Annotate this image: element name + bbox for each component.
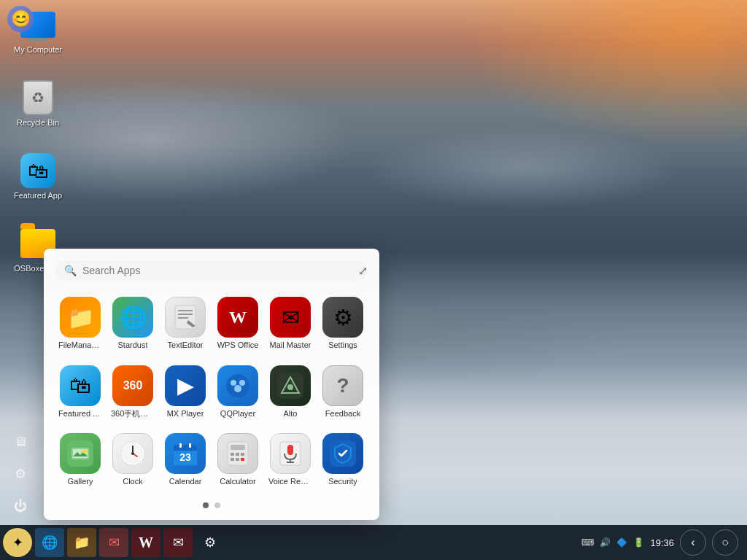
bluetooth-tray-icon[interactable]: 🔷	[616, 537, 627, 548]
browser-icon: 🌐	[42, 534, 58, 551]
svg-rect-27	[189, 443, 191, 448]
filemanager-icon: 📁	[60, 297, 101, 338]
calendar-icon: 23	[165, 433, 206, 474]
feedback-label: Feedback	[325, 409, 360, 419]
sidebar: 😊 🖥 ⚙ ⏻	[0, 0, 41, 525]
search-box[interactable]: 🔍	[55, 260, 368, 281]
taskbar-mailmaster[interactable]: ✉	[163, 528, 193, 557]
mail-icon: ✉	[109, 534, 120, 551]
qqplayer-label: QQPlayer	[220, 409, 255, 419]
mailmaster-taskbar-icon: ✉	[173, 534, 184, 551]
svg-rect-32	[241, 453, 244, 456]
app-alto[interactable]: Alto	[266, 361, 315, 423]
svg-point-21	[131, 452, 134, 455]
svg-rect-33	[231, 458, 234, 461]
security-label: Security	[328, 477, 357, 486]
nav-back-icon: ‹	[691, 536, 694, 549]
nav-back-button[interactable]: ‹	[680, 529, 706, 556]
qqplayer-icon	[217, 365, 258, 406]
dot-1[interactable]	[214, 502, 220, 508]
user-avatar[interactable]: 😊	[7, 6, 34, 32]
dot-0[interactable]	[203, 502, 209, 508]
mailmaster-label: Mail Master	[270, 341, 311, 350]
security-icon	[322, 433, 363, 474]
taskbar-settings[interactable]: ⚙	[196, 528, 225, 557]
svg-rect-34	[236, 458, 239, 461]
taskbar: ✦ 🌐 📁 ✉ W ✉ ⚙ ⌨ 🔊 🔷 🔋 19:36 ‹ ○	[0, 525, 747, 560]
stardust-label: Stardust	[118, 341, 148, 350]
texteditor-icon	[165, 297, 206, 338]
taskbar-left: ✦ 🌐 📁 ✉ W ✉ ⚙	[3, 528, 225, 557]
app-feedback[interactable]: ? Feedback	[318, 361, 368, 423]
featuredapp-label: Featured A...	[58, 409, 102, 419]
folder-icon: 📁	[74, 534, 90, 551]
app-filemanager[interactable]: 📁 FileManager	[55, 292, 105, 354]
alto-label: Alto	[284, 409, 298, 419]
app-wpsoffice[interactable]: W WPS Office	[213, 292, 263, 354]
app-featuredapp[interactable]: 🛍 Featured A...	[55, 361, 105, 423]
calendar-label: Calendar	[169, 477, 202, 486]
taskbar-folder[interactable]: 📁	[67, 528, 96, 557]
voicerecorder-icon	[270, 433, 311, 474]
sidebar-desktop-btn[interactable]: 🖥	[7, 429, 34, 455]
svg-rect-31	[236, 453, 239, 456]
app-stardust[interactable]: 🌐 Stardust	[108, 292, 158, 354]
mxplayer-label: MX Player	[167, 409, 204, 419]
taskbar-browser[interactable]: 🌐	[35, 528, 64, 557]
power-icon: ⏻	[14, 499, 27, 514]
taskbar-mail[interactable]: ✉	[99, 528, 128, 557]
clock-label: Clock	[123, 477, 143, 486]
app-qqplayer[interactable]: QQPlayer	[213, 361, 263, 423]
360-icon: 360	[112, 365, 153, 406]
svg-point-11	[287, 384, 293, 390]
calculator-label: Calculator	[220, 477, 256, 486]
wpsoffice-label: WPS Office	[217, 341, 259, 350]
app-360[interactable]: 360 360手机助...	[108, 361, 158, 423]
launcher-dots	[55, 502, 368, 508]
svg-rect-35	[241, 458, 244, 461]
wps-icon: W	[139, 534, 153, 551]
app-voicerecorder[interactable]: Voice Recor...	[266, 429, 315, 491]
app-gallery[interactable]: Gallery	[55, 429, 105, 491]
search-input[interactable]	[82, 265, 359, 276]
desktop-icon: 🖥	[14, 435, 27, 450]
app-calendar[interactable]: 23 Calendar	[160, 429, 210, 491]
texteditor-label: TextEditor	[168, 341, 204, 350]
app-clock[interactable]: Clock	[108, 429, 158, 491]
volume-tray-icon[interactable]: 🔊	[600, 537, 611, 548]
app-settings[interactable]: ⚙ Settings	[318, 292, 368, 354]
clock-icon	[112, 433, 153, 474]
mxplayer-icon: ▶	[165, 365, 206, 406]
nav-home-button[interactable]: ○	[712, 529, 738, 556]
app-texteditor[interactable]: TextEditor	[160, 292, 210, 354]
calculator-icon	[217, 433, 258, 474]
svg-rect-26	[179, 443, 182, 448]
feedback-icon: ?	[322, 365, 363, 406]
search-icon: 🔍	[64, 265, 77, 276]
settings-taskbar-icon: ⚙	[204, 534, 216, 551]
app-calculator[interactable]: Calculator	[213, 429, 263, 491]
logo-icon: ✦	[12, 534, 23, 551]
battery-tray-icon[interactable]: 🔋	[633, 537, 644, 548]
nav-home-icon: ○	[721, 536, 729, 549]
mailmaster-icon: ✉	[270, 297, 311, 338]
svg-point-7	[239, 380, 245, 386]
app-mxplayer[interactable]: ▶ MX Player	[160, 361, 210, 423]
stardust-icon: 🌐	[112, 297, 153, 338]
svg-rect-29	[231, 445, 245, 450]
app-security[interactable]: Security	[318, 429, 368, 491]
app-mailmaster[interactable]: ✉ Mail Master	[266, 292, 315, 354]
filemanager-label: FileManager	[58, 341, 102, 350]
expand-icon[interactable]: ⤢	[358, 264, 368, 278]
sidebar-settings-btn[interactable]: ⚙	[7, 461, 34, 487]
apps-grid: 📁 FileManager 🌐 Stardust TextEditor	[55, 292, 368, 491]
keyboard-tray-icon[interactable]: ⌨	[581, 537, 594, 548]
sidebar-power-btn[interactable]: ⏻	[7, 493, 34, 519]
svg-rect-3	[178, 317, 188, 319]
alto-icon	[270, 365, 311, 406]
taskbar-wps[interactable]: W	[131, 528, 160, 557]
gallery-label: Gallery	[68, 477, 93, 486]
svg-rect-37	[287, 445, 293, 455]
taskbar-logo[interactable]: ✦	[3, 528, 32, 557]
svg-rect-2	[178, 314, 193, 315]
